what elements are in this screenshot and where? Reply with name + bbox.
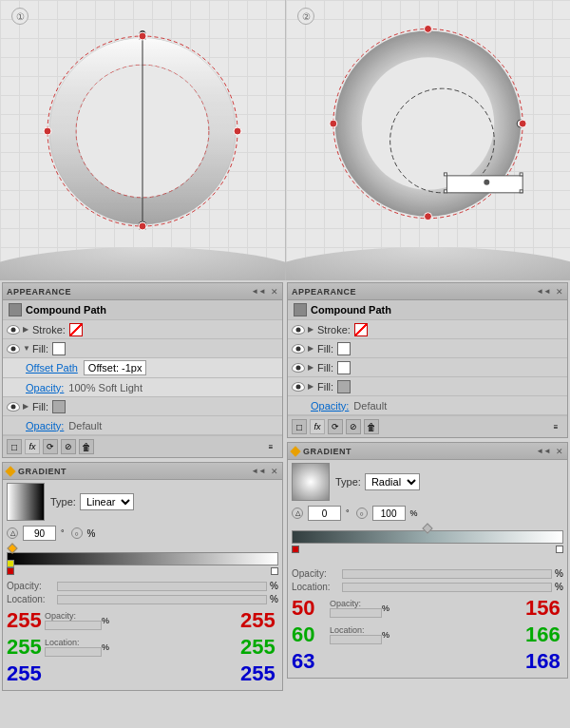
opacity-link-left[interactable]: Opacity: xyxy=(26,382,64,393)
eye-stroke-left[interactable] xyxy=(7,325,20,335)
canvas-right: ② xyxy=(285,0,570,280)
gradient-panel-right: GRADIENT ◄◄ ✕ Type: Radial △ ° xyxy=(287,442,568,679)
eye-fill2-left[interactable] xyxy=(7,402,20,412)
fill2-swatch-left[interactable] xyxy=(52,400,66,413)
fx-icon[interactable]: fx xyxy=(25,439,40,454)
eye-fill1-left[interactable] xyxy=(7,344,20,354)
offset-path-row-left[interactable]: Offset Path Offset: -1px xyxy=(3,358,282,378)
gradient-titlebar-left: GRADIENT ◄◄ ✕ xyxy=(3,463,282,480)
gradient-controls-right[interactable]: ◄◄ ✕ xyxy=(536,447,563,456)
opacity-slider-r[interactable] xyxy=(45,621,102,630)
stop-handle-right-1[interactable] xyxy=(292,546,299,553)
appearance-panel-right: APPEARANCE ◄◄ ✕ Compound Path ▶ Stroke: xyxy=(287,282,568,438)
fill3-label-right: Fill: xyxy=(317,381,333,393)
angle-row-left: △ ° ○ % xyxy=(3,524,282,543)
compound-swatch-right xyxy=(294,303,307,316)
svg-point-16 xyxy=(0,247,285,280)
step2-label: ② xyxy=(297,8,314,25)
panel-collapse-left[interactable]: ◄◄ xyxy=(251,287,266,296)
fill2-label-right: Fill: xyxy=(317,362,333,374)
gradient-close-left[interactable]: ✕ xyxy=(271,467,278,476)
opacity2-value-left: Default xyxy=(68,420,102,431)
gradient-collapse-left[interactable]: ◄◄ xyxy=(251,467,266,475)
color-values-right: Opacity: % Location: % 50 Opacity xyxy=(288,565,567,678)
type-select-right[interactable]: Radial xyxy=(365,473,420,490)
opacity-pct-right: % xyxy=(555,568,563,579)
duplicate-icon-r[interactable]: ⟳ xyxy=(328,419,343,434)
r-val-left-1: 255 xyxy=(7,608,45,633)
opacity-value-right: Default xyxy=(353,400,387,412)
percent-symbol-right: % xyxy=(410,508,418,518)
menu-icon-right[interactable]: ≡ xyxy=(548,419,563,434)
new-layer-icon-r[interactable]: □ xyxy=(292,419,307,434)
fill2-swatch-right[interactable] xyxy=(337,361,351,374)
panel-close-right[interactable]: ✕ xyxy=(556,287,563,297)
angle-input-left[interactable] xyxy=(23,526,56,541)
gradient-bar-container-right xyxy=(292,530,563,553)
opacity-row-right[interactable]: Opacity: Default xyxy=(288,396,567,415)
stroke-swatch-right[interactable] xyxy=(354,323,368,336)
location-slider-g[interactable] xyxy=(45,647,102,657)
g-row-left-1: 255 Location: % xyxy=(7,635,109,660)
stroke-row-right[interactable]: ▶ Stroke: xyxy=(288,320,567,339)
offset-path-link[interactable]: Offset Path xyxy=(26,362,78,374)
gradient-collapse-right[interactable]: ◄◄ xyxy=(536,447,551,455)
clear-icon-r[interactable]: ⊘ xyxy=(346,419,361,434)
rgb-right-col-right: 156 166 168 xyxy=(525,596,563,674)
opacity-slider-grad-left[interactable] xyxy=(57,582,267,591)
gradient-close-right[interactable]: ✕ xyxy=(556,447,563,456)
stop-handle-left-1[interactable] xyxy=(7,567,14,575)
type-label-right: Type: xyxy=(335,476,361,488)
location-slider-grad-left[interactable] xyxy=(57,595,267,604)
location-slider-grad-right[interactable] xyxy=(342,583,552,592)
opacity2-link-left[interactable]: Opacity: xyxy=(26,420,64,431)
stop-handle-right-2[interactable] xyxy=(556,546,563,553)
eye-fill2-right[interactable] xyxy=(292,363,305,373)
fill1-swatch-right[interactable] xyxy=(337,342,351,355)
svg-point-15 xyxy=(139,222,146,230)
delete-icon-r[interactable]: 🗑 xyxy=(364,419,379,434)
menu-icon-left[interactable]: ≡ xyxy=(263,439,278,454)
new-layer-icon[interactable]: □ xyxy=(7,439,22,454)
delete-icon[interactable]: 🗑 xyxy=(79,439,94,454)
clear-icon[interactable]: ⊘ xyxy=(61,439,76,454)
opacity-slider-r2[interactable] xyxy=(330,608,382,618)
gradient-preview-left xyxy=(7,483,45,521)
opacity-link-right[interactable]: Opacity: xyxy=(311,400,349,412)
r-row-left-1: 255 Opacity: % xyxy=(7,608,109,633)
percent-input-right[interactable] xyxy=(372,506,406,521)
fill-row2-left[interactable]: ▶ Fill: xyxy=(3,397,282,416)
r-row-left-2: 50 Opacity: % xyxy=(292,596,390,621)
fx-icon-r[interactable]: fx xyxy=(310,419,325,434)
opacity-row-left[interactable]: Opacity: 100% Soft Light xyxy=(3,378,282,397)
fill-row1-right[interactable]: ▶ Fill: xyxy=(288,339,567,358)
gradient-controls-left[interactable]: ◄◄ ✕ xyxy=(251,467,278,476)
fill-row3-right[interactable]: ▶ Fill: xyxy=(288,377,567,396)
location-label-grad-right: Location: xyxy=(292,582,339,592)
opacity2-row-left[interactable]: Opacity: Default xyxy=(3,416,282,435)
panel-controls-right[interactable]: ◄◄ ✕ xyxy=(536,287,563,297)
eye-fill3-right[interactable] xyxy=(292,382,305,392)
panel-close-left[interactable]: ✕ xyxy=(271,287,278,297)
fill-row1-left[interactable]: ▼ Fill: xyxy=(3,339,282,358)
fill-row2-right[interactable]: ▶ Fill: xyxy=(288,358,567,377)
location-slider-g2[interactable] xyxy=(330,635,382,644)
stroke-row-left[interactable]: ▶ Stroke: xyxy=(3,320,282,339)
opacity-slider-grad-right[interactable] xyxy=(342,569,552,579)
duplicate-icon[interactable]: ⟳ xyxy=(43,439,58,454)
g-val-left-1: 255 xyxy=(7,635,45,660)
opacity-label-grad-right: Opacity: xyxy=(292,568,339,579)
panel-collapse-right[interactable]: ◄◄ xyxy=(536,287,551,296)
fill1-swatch-left[interactable] xyxy=(52,342,66,355)
gradient-bar-left[interactable] xyxy=(7,552,278,565)
angle-input-right[interactable] xyxy=(308,506,341,521)
eye-stroke-right[interactable] xyxy=(292,325,305,335)
percent-label-left: % xyxy=(87,528,96,539)
appearance-title-right: APPEARANCE xyxy=(292,287,356,297)
panel-controls-left[interactable]: ◄◄ ✕ xyxy=(251,287,278,297)
type-select-left[interactable]: Linear xyxy=(80,493,134,510)
stroke-swatch-left[interactable] xyxy=(69,323,83,336)
eye-fill1-right[interactable] xyxy=(292,344,305,354)
stop-handle-left-2[interactable] xyxy=(271,567,278,575)
fill3-swatch-right[interactable] xyxy=(337,380,351,393)
